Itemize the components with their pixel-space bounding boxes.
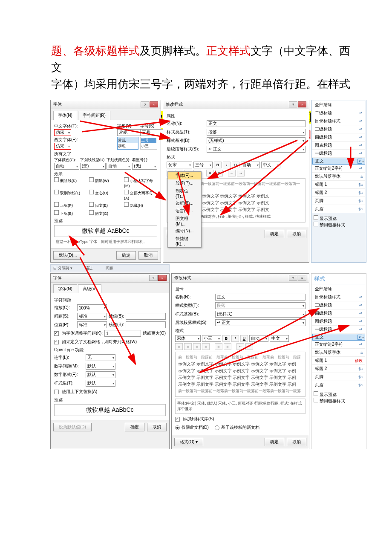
cancel-button[interactable]: 取消: [147, 423, 167, 431]
menu-paragraph[interactable]: 段落(P)...: [168, 179, 201, 187]
spacing-select[interactable]: 标准: [77, 313, 107, 320]
align-justify-icon[interactable]: ≡: [202, 343, 210, 350]
chinese-font-select[interactable]: 仿宋: [54, 129, 71, 136]
indent-icon[interactable]: ←: [236, 343, 244, 350]
help-icon[interactable]: ?: [141, 101, 149, 107]
outline-check[interactable]: 空心(O): [89, 190, 122, 200]
help-icon[interactable]: ?: [289, 275, 297, 281]
bold-icon[interactable]: B: [214, 162, 222, 168]
style-item[interactable]: 全部清除: [312, 101, 365, 109]
underline-color-select[interactable]: 自动: [107, 163, 132, 170]
menu-font[interactable]: 字体(F)...: [168, 172, 201, 179]
style-item[interactable]: 页脚¶a: [312, 197, 365, 205]
show-preview-check[interactable]: 显示预览: [314, 216, 337, 221]
style-item[interactable]: 四级标题↵: [312, 133, 365, 142]
emphasis-select[interactable]: (无): [132, 163, 157, 170]
style-listbox[interactable]: 常规加粗: [117, 137, 138, 150]
allcaps-check[interactable]: 全部大写字母(A): [124, 190, 157, 200]
cancel-button[interactable]: 取消: [138, 251, 158, 260]
style-item[interactable]: 三级标题↵: [312, 301, 365, 309]
style-item[interactable]: 图标标题↵: [312, 318, 365, 326]
ligature-select[interactable]: 无: [86, 354, 115, 361]
style-name-input[interactable]: [215, 294, 306, 301]
template-radio[interactable]: [215, 425, 219, 430]
fmt-size-select[interactable]: 小三: [202, 335, 221, 342]
style-name-input[interactable]: [207, 120, 306, 127]
disable-link-check[interactable]: 禁用链接样式: [314, 223, 345, 227]
style-base-select[interactable]: (无样式): [215, 311, 306, 318]
style-item[interactable]: 正文缩进2字符↵: [312, 165, 365, 173]
style-base-select[interactable]: (无样式): [207, 137, 306, 144]
fmt-color-select[interactable]: 自动: [241, 162, 260, 168]
line-sp-icon[interactable]: ≡: [215, 343, 222, 350]
tab-spacing[interactable]: 字符间距(R): [78, 111, 110, 120]
help-icon[interactable]: ?: [149, 275, 158, 281]
western-font-select[interactable]: 仿宋: [54, 143, 71, 150]
strike-check[interactable]: 删除线(K): [54, 177, 87, 188]
style-item[interactable]: 标题 1修改: [312, 357, 365, 365]
style-item[interactable]: 页眉¶a: [312, 381, 365, 389]
tab-font[interactable]: 字体(N): [53, 284, 77, 293]
cancel-button[interactable]: 取消: [287, 230, 306, 238]
font-color-select[interactable]: 自动: [54, 163, 79, 170]
style-next-select[interactable]: ↵ 正文: [215, 319, 306, 326]
style-type-select[interactable]: 段落: [207, 129, 306, 136]
tab-font[interactable]: 字体(N): [53, 111, 77, 120]
fmt-size-select[interactable]: 三号: [193, 162, 213, 168]
hidden-check[interactable]: 隐藏(H): [124, 202, 157, 208]
fmt-lang-select[interactable]: 中文: [261, 162, 280, 168]
ok-button[interactable]: 确定: [116, 251, 136, 260]
position-select[interactable]: 标准: [77, 321, 107, 328]
menu-language[interactable]: 语言(L)...: [168, 207, 201, 215]
kerning-check[interactable]: [54, 331, 59, 336]
menu-shortcut[interactable]: 快捷键(K)...: [168, 235, 201, 247]
shadow-check[interactable]: 阴影(W): [89, 177, 122, 188]
line-sp-icon[interactable]: ≡: [224, 343, 231, 350]
context-check[interactable]: [54, 390, 59, 394]
style-next-select[interactable]: ↵ 正文: [207, 146, 306, 153]
doc-only-radio[interactable]: [175, 425, 180, 430]
style-item[interactable]: 正文缩进2字符↵: [312, 341, 365, 349]
menu-frame[interactable]: 图文框(M)...: [168, 215, 201, 227]
menu-tabstop[interactable]: 制表位(T)...: [168, 187, 201, 199]
italic-icon[interactable]: I: [223, 162, 231, 168]
indent-inc-icon[interactable]: →: [237, 170, 245, 176]
close-icon[interactable]: ×: [298, 275, 306, 281]
fmt-font-select[interactable]: 仿宋: [167, 162, 192, 168]
style-item-selected[interactable]: 正文▾: [312, 334, 365, 341]
close-icon[interactable]: ×: [150, 101, 158, 107]
bold-icon[interactable]: B: [222, 335, 230, 342]
ok-button[interactable]: 确定: [265, 230, 284, 238]
ok-button[interactable]: 确定: [125, 423, 144, 431]
default-button[interactable]: 设为默认值(D): [53, 423, 92, 431]
kerning-value-input[interactable]: [104, 330, 141, 337]
menu-numbering[interactable]: 编号(N)...: [168, 227, 201, 235]
line-sp-icon[interactable]: ≡: [215, 170, 223, 176]
style-item[interactable]: 目录标题样式↵: [312, 117, 365, 125]
fmt-lang-select[interactable]: 中文: [270, 335, 289, 342]
underline-icon[interactable]: U: [240, 335, 248, 342]
underline-select[interactable]: (无): [80, 163, 106, 170]
style-item[interactable]: 三级标题↵: [312, 125, 365, 133]
style-item[interactable]: 二级标题↵: [312, 109, 365, 117]
position-value-input[interactable]: [126, 321, 166, 328]
spacing-value-input[interactable]: [126, 313, 166, 320]
engrave-check[interactable]: 阴文(G): [89, 210, 122, 217]
indent-icon[interactable]: →: [245, 343, 253, 350]
add-to-lib-check[interactable]: [175, 417, 180, 422]
style-item[interactable]: 页脚¶a: [312, 373, 365, 381]
menu-border[interactable]: 边框(B)...: [168, 199, 201, 207]
scale-select[interactable]: 100%: [77, 304, 107, 311]
line-sp-icon[interactable]: ≡: [206, 170, 214, 176]
style-item[interactable]: 一级标题↵: [312, 326, 365, 334]
close-icon[interactable]: ×: [298, 101, 306, 107]
default-button[interactable]: 默认(D)...: [53, 251, 82, 260]
numform-select[interactable]: 默认: [86, 371, 115, 378]
size-listbox[interactable]: 三号小三: [140, 137, 157, 150]
align-center-icon[interactable]: ≡: [184, 343, 192, 350]
sub-check[interactable]: 下标(B): [54, 210, 87, 217]
indent-dec-icon[interactable]: ←: [228, 170, 236, 176]
tab-advanced[interactable]: 高级(V): [78, 284, 101, 293]
numspacing-select[interactable]: 默认: [86, 363, 115, 370]
style-item[interactable]: 标题 2¶a: [312, 365, 365, 373]
